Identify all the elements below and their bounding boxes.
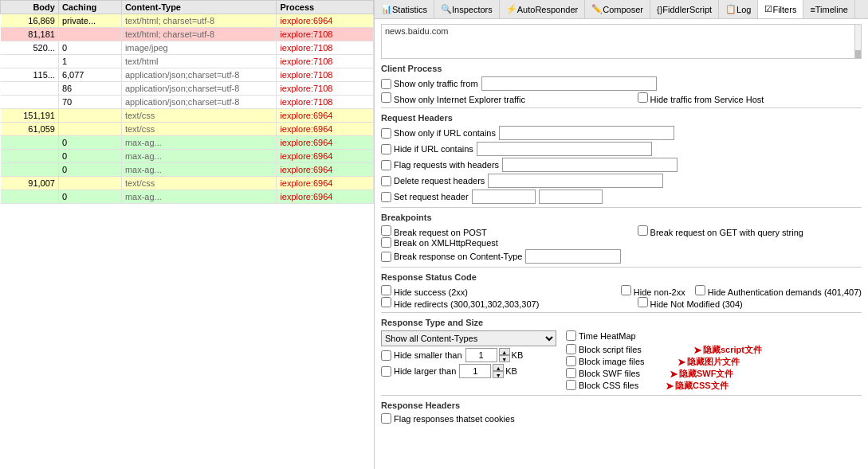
hide-service-host-checkbox[interactable]	[638, 92, 648, 103]
hide-larger-label[interactable]: Hide larger than	[381, 366, 456, 377]
table-row[interactable]: 91,007text/cssiexplore:6964	[1, 177, 374, 190]
tab-filters[interactable]: ☑ Filters	[758, 0, 803, 18]
tab-statistics[interactable]: 📊 Statistics	[375, 0, 434, 18]
hide-if-url-label[interactable]: Hide if URL contains	[381, 144, 473, 154]
hide-smaller-row: Hide smaller than ▲ ▼ KB	[381, 348, 556, 362]
table-cell: text/html; charset=utf-8	[121, 14, 276, 28]
tab-timeline[interactable]: ≡ Timeline	[803, 0, 855, 18]
tab-composer[interactable]: ✏️ Composer	[585, 0, 650, 18]
table-row[interactable]: 81,181text/html; charset=utf-8iexplore:7…	[1, 28, 374, 41]
table-row[interactable]: 61,059text/cssiexplore:6964	[1, 123, 374, 136]
hide-not-modified-label[interactable]: Hide Not Modified (304)	[638, 299, 743, 309]
break-post-label[interactable]: Break request on POST	[381, 228, 487, 237]
show-only-url-label[interactable]: Show only if URL contains	[381, 128, 496, 139]
block-css-label[interactable]: Block CSS files	[566, 380, 638, 390]
break-response-checkbox[interactable]	[381, 252, 391, 262]
hide-service-host-label[interactable]: Hide traffic from Service Host	[638, 95, 764, 104]
block-image-label[interactable]: Block image files	[566, 356, 645, 366]
hide-non2xx-label[interactable]: Hide non-2xx	[621, 285, 685, 297]
url-scrollbar[interactable]	[854, 25, 861, 58]
hide-smaller-input[interactable]	[465, 348, 497, 362]
time-heatmap-checkbox[interactable]	[566, 330, 576, 341]
table-row[interactable]: 0max-ag...iexplore:6964	[1, 136, 374, 150]
right-panel: 📊 Statistics 🔍 Inspectors ⚡ AutoResponde…	[375, 0, 868, 469]
hide-if-url-input[interactable]	[477, 142, 652, 156]
show-only-traffic-input[interactable]	[481, 76, 657, 91]
table-row[interactable]: 1text/htmliexplore:7108	[1, 55, 374, 68]
hide-smaller-down-button[interactable]: ▼	[499, 355, 510, 362]
hide-larger-spinner: ▲ ▼ KB	[459, 364, 517, 378]
hide-redirects-checkbox[interactable]	[381, 297, 391, 307]
table-row[interactable]: 151,191text/cssiexplore:6964	[1, 109, 374, 123]
show-only-url-checkbox[interactable]	[381, 128, 391, 139]
table-row[interactable]: 520...0image/jpegiexplore:7108	[1, 41, 374, 55]
block-image-checkbox[interactable]	[566, 356, 576, 366]
hide-non2xx-checkbox[interactable]	[621, 285, 631, 295]
flag-requests-input[interactable]	[502, 158, 678, 172]
flag-set-cookies-row: Flag responses thatset cookies	[381, 413, 862, 424]
hide-larger-checkbox[interactable]	[381, 366, 391, 377]
hide-larger-up-button[interactable]: ▲	[493, 364, 504, 371]
tab-log[interactable]: 📋 Log	[719, 0, 758, 18]
hide-success-label[interactable]: Hide success (2xx)	[381, 287, 468, 297]
table-cell: max-ag...	[121, 136, 276, 150]
break-response-label[interactable]: Break response on Content-Type	[381, 252, 522, 262]
hide-larger-down-button[interactable]: ▼	[493, 371, 504, 378]
block-image-text: Block image files	[579, 357, 645, 366]
break-get-checkbox[interactable]	[638, 225, 648, 236]
delete-request-headers-input[interactable]	[488, 174, 663, 188]
time-heatmap-label[interactable]: Time HeatMap	[566, 330, 645, 341]
content-type-select[interactable]: Show all Content-Types Hide image files …	[381, 330, 556, 346]
show-only-ie-label[interactable]: Show only Internet Explorer traffic	[381, 95, 525, 104]
response-type-main-row: Show all Content-Types Hide image files …	[381, 330, 862, 392]
break-response-input[interactable]	[525, 249, 621, 264]
table-cell: 1	[58, 55, 121, 68]
show-only-url-input[interactable]	[499, 126, 674, 140]
break-get-label[interactable]: Break request on GET with query string	[638, 228, 803, 237]
hide-smaller-checkbox[interactable]	[381, 350, 391, 361]
break-xmlhttp-checkbox[interactable]	[381, 237, 391, 248]
response-status-heading: Response Status Code	[381, 272, 862, 282]
hide-smaller-label[interactable]: Hide smaller than	[381, 350, 462, 361]
hide-smaller-up-button[interactable]: ▲	[499, 348, 510, 355]
set-request-header-key-input[interactable]	[472, 190, 536, 204]
table-row[interactable]: 0max-ag...iexplore:6964	[1, 150, 374, 163]
hide-auth-checkbox[interactable]	[695, 285, 705, 295]
set-request-header-label[interactable]: Set request header	[381, 192, 469, 202]
table-row[interactable]: 86application/json;charset=utf-8iexplore…	[1, 82, 374, 96]
block-css-checkbox[interactable]	[566, 380, 576, 390]
flag-set-cookies-checkbox[interactable]	[381, 413, 391, 424]
show-only-traffic-checkbox[interactable]	[381, 79, 391, 89]
table-row[interactable]: 115...6,077application/json;charset=utf-…	[1, 68, 374, 82]
set-request-header-value-input[interactable]	[539, 190, 603, 204]
show-only-ie-checkbox[interactable]	[381, 92, 391, 103]
delete-request-headers-checkbox[interactable]	[381, 176, 391, 186]
set-request-header-checkbox[interactable]	[381, 192, 391, 202]
tab-inspectors[interactable]: 🔍 Inspectors	[434, 0, 500, 18]
table-row[interactable]: 16,869private...text/html; charset=utf-8…	[1, 14, 374, 28]
flag-set-cookies-label[interactable]: Flag responses thatset cookies	[381, 413, 515, 424]
table-row[interactable]: 0max-ag...iexplore:6964	[1, 190, 374, 204]
delete-request-headers-label[interactable]: Delete request headers	[381, 176, 485, 186]
table-row[interactable]: 0max-ag...iexplore:6964	[1, 163, 374, 177]
flag-requests-checkbox[interactable]	[381, 160, 391, 170]
break-response-row: Break response on Content-Type	[381, 249, 862, 264]
block-script-label[interactable]: Block script files	[566, 344, 642, 354]
show-only-traffic-label[interactable]: Show only traffic from	[381, 79, 478, 89]
block-script-checkbox[interactable]	[566, 344, 576, 354]
hide-redirects-label[interactable]: Hide redirects (300,301,302,303,307)	[381, 299, 539, 309]
break-post-checkbox[interactable]	[381, 225, 391, 236]
hide-not-modified-checkbox[interactable]	[638, 297, 648, 307]
show-only-url-text: Show only if URL contains	[394, 128, 496, 138]
hide-auth-label[interactable]: Hide Authentication demands (401,407)	[695, 285, 862, 297]
hide-larger-input[interactable]	[459, 364, 491, 378]
block-swf-checkbox[interactable]	[566, 368, 576, 378]
tab-fiddlerscript[interactable]: {} FiddlerScript	[650, 0, 719, 18]
hide-success-checkbox[interactable]	[381, 285, 391, 295]
hide-if-url-checkbox[interactable]	[381, 144, 391, 154]
block-swf-label[interactable]: Block SWF files	[566, 368, 640, 378]
table-row[interactable]: 70application/json;charset=utf-8iexplore…	[1, 96, 374, 109]
break-xmlhttp-label[interactable]: Break on XMLHttpRequest	[381, 237, 498, 248]
tab-autoresponder[interactable]: ⚡ AutoResponder	[500, 0, 585, 18]
flag-requests-label[interactable]: Flag requests with headers	[381, 160, 499, 170]
